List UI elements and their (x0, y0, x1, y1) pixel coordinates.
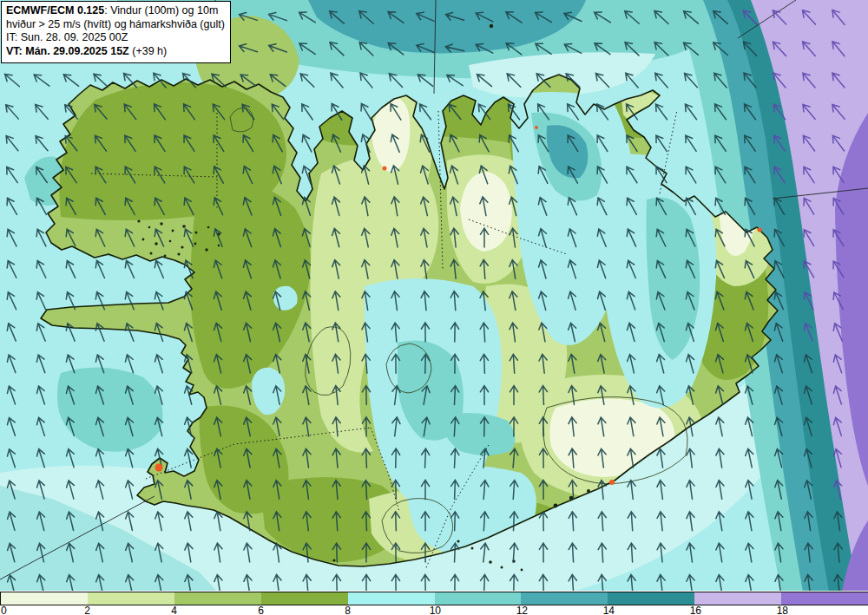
islet (182, 225, 186, 228)
islet (471, 547, 474, 550)
islet (195, 232, 198, 234)
islet (521, 569, 523, 572)
islet (142, 239, 145, 241)
max-gust-marker (535, 126, 538, 129)
scale-tick-label: 10 (430, 605, 441, 615)
islet (150, 252, 153, 255)
max-gust-marker (383, 167, 387, 171)
scale-segment (174, 592, 261, 605)
header-line-1: ECMWF/ECM 0.125: Vindur (100m) og 10m (6, 4, 225, 18)
islet (169, 240, 172, 243)
islet (181, 245, 183, 248)
islet (489, 560, 492, 564)
scale-tick-label: 12 (516, 605, 528, 615)
header-line-3: IT: Sun. 28. 09. 2025 00Z (6, 31, 225, 45)
scale-segment (521, 592, 608, 605)
valid-time: VT: Mán. 29.09.2025 15Z (6, 45, 129, 57)
color-scale-bar (0, 592, 868, 605)
islet (587, 489, 590, 493)
islet (164, 255, 167, 258)
scale-segment (348, 592, 435, 605)
color-scale: 024681012141618 (0, 591, 868, 615)
islet (218, 245, 220, 247)
scale-tick-label: 8 (345, 605, 351, 615)
scale-tick-label: 16 (690, 605, 701, 615)
islet (155, 242, 158, 245)
max-gust-marker (758, 228, 762, 232)
scale-segment (88, 592, 174, 605)
model-name: ECMWF/ECM 0.125 (6, 4, 104, 16)
islet (490, 24, 493, 28)
islet (177, 252, 180, 255)
scale-tick-label: 6 (258, 605, 264, 615)
islet (501, 566, 503, 569)
color-scale-labels: 024681012141618 (0, 605, 868, 615)
islet (194, 243, 197, 245)
weather-map (0, 0, 868, 592)
max-gust-marker (609, 480, 615, 485)
scale-segment (1, 592, 88, 605)
scale-tick-label: 2 (84, 605, 90, 615)
islet (137, 219, 140, 222)
forecast-header: ECMWF/ECM 0.125: Vindur (100m) og 10m hv… (1, 1, 231, 63)
scale-segment (781, 592, 868, 605)
scale-tick-label: 14 (603, 605, 615, 615)
islet (148, 226, 151, 229)
islet (205, 248, 207, 251)
islet (207, 226, 210, 229)
max-gust-marker (155, 464, 163, 472)
scale-segment (435, 592, 522, 605)
islet (172, 230, 174, 232)
header-line-2: hviður > 25 m/s (hvítt) og hámarkshviða … (6, 18, 225, 32)
weather-forecast-page: ECMWF/ECM 0.125: Vindur (100m) og 10m hv… (0, 0, 868, 615)
scale-tick-label: 18 (777, 605, 788, 615)
islet (332, 559, 335, 561)
islet (554, 504, 558, 508)
scale-segment (261, 592, 348, 605)
islet (457, 540, 459, 542)
islet (160, 222, 162, 225)
scale-segment (694, 592, 781, 605)
scale-segment (608, 592, 694, 605)
scale-tick-label: 0 (1, 605, 7, 615)
scale-tick-label: 4 (171, 605, 177, 615)
islet (569, 496, 573, 500)
header-line-4: VT: Mán. 29.09.2025 15Z (+39 h) (6, 45, 225, 59)
